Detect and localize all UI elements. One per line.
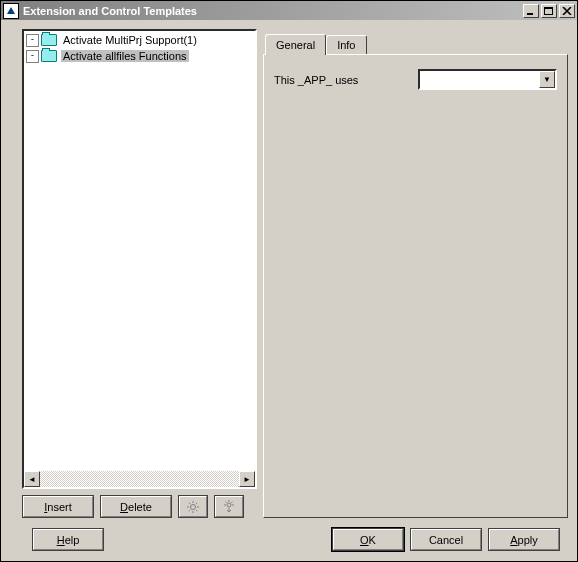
- sun-down-icon: [221, 500, 237, 514]
- help-button[interactable]: Help: [32, 528, 104, 551]
- ok-button[interactable]: OK: [332, 528, 404, 551]
- right-panel: General Info This _APP_ uses ▼: [263, 29, 568, 518]
- minimize-button[interactable]: [523, 4, 539, 18]
- app-icon: [3, 3, 19, 19]
- client-area: - Activate MultiPrj Support(1) - Activat…: [1, 20, 577, 561]
- svg-line-16: [226, 501, 227, 502]
- svg-point-3: [191, 504, 196, 509]
- svg-rect-2: [545, 7, 553, 9]
- left-panel: - Activate MultiPrj Support(1) - Activat…: [22, 29, 257, 518]
- bottom-bar: Help OK Cancel Apply: [4, 518, 574, 561]
- sun-icon: [185, 500, 201, 514]
- svg-line-9: [196, 509, 197, 510]
- svg-point-12: [227, 503, 231, 507]
- apply-button[interactable]: Apply: [488, 528, 560, 551]
- insert-button[interactable]: Insert: [22, 495, 94, 518]
- tab-general[interactable]: General: [265, 34, 326, 55]
- scroll-track[interactable]: [40, 471, 239, 487]
- svg-line-8: [189, 502, 190, 503]
- combo-value: [420, 71, 539, 88]
- cancel-button[interactable]: Cancel: [410, 528, 482, 551]
- dialog-window: Extension and Control Templates - Activa…: [0, 0, 578, 562]
- folder-icon: [41, 34, 57, 46]
- folder-icon: [41, 50, 57, 62]
- tree-item[interactable]: - Activate allfiles Functions: [24, 48, 255, 64]
- tree-buttons: Insert Delete: [22, 495, 257, 518]
- expand-icon[interactable]: -: [26, 34, 39, 47]
- tree-item[interactable]: - Activate MultiPrj Support(1): [24, 32, 255, 48]
- field-this-app-uses: This _APP_ uses ▼: [274, 69, 557, 90]
- this-app-uses-combo[interactable]: ▼: [418, 69, 557, 90]
- tree-item-label: Activate MultiPrj Support(1): [61, 34, 199, 46]
- close-button[interactable]: [559, 4, 575, 18]
- svg-line-17: [231, 501, 232, 502]
- expand-icon[interactable]: -: [26, 50, 39, 63]
- svg-rect-0: [527, 13, 533, 15]
- field-label: This _APP_ uses: [274, 74, 414, 86]
- template-tree[interactable]: - Activate MultiPrj Support(1) - Activat…: [22, 29, 257, 489]
- window-title: Extension and Control Templates: [23, 5, 521, 17]
- scroll-left-button[interactable]: ◄: [24, 471, 40, 487]
- horizontal-scrollbar[interactable]: ◄ ►: [24, 471, 255, 487]
- move-down-button[interactable]: [214, 495, 244, 518]
- chevron-down-icon[interactable]: ▼: [539, 71, 555, 88]
- maximize-button[interactable]: [541, 4, 557, 18]
- tree-item-label: Activate allfiles Functions: [61, 50, 189, 62]
- titlebar: Extension and Control Templates: [1, 1, 577, 20]
- tab-page-general: This _APP_ uses ▼: [263, 54, 568, 518]
- move-up-button[interactable]: [178, 495, 208, 518]
- tab-bar: General Info: [263, 33, 568, 54]
- delete-button[interactable]: Delete: [100, 495, 172, 518]
- svg-line-11: [196, 502, 197, 503]
- tab-info[interactable]: Info: [326, 35, 366, 54]
- svg-line-10: [189, 509, 190, 510]
- scroll-right-button[interactable]: ►: [239, 471, 255, 487]
